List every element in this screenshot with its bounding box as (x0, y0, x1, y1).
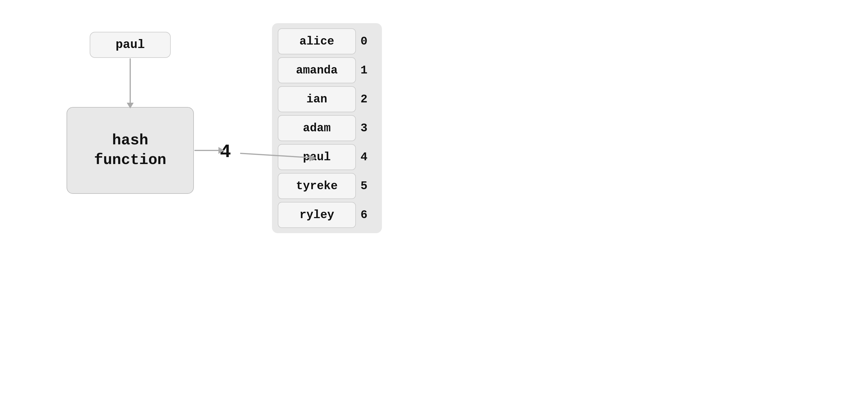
array-cell-0: alice (278, 28, 356, 54)
array-cell-5: tyreke (278, 173, 356, 199)
array-index-4: 4 (361, 151, 375, 164)
array-index-0: 0 (361, 35, 375, 48)
array-cell-2: ian (278, 86, 356, 112)
array-cell-1: amanda (278, 57, 356, 83)
arrows-svg (0, 0, 868, 405)
input-label: paul (116, 38, 145, 52)
array-row: paul4 (278, 144, 376, 170)
hash-output-number: 4 (220, 142, 231, 163)
array-index-3: 3 (361, 122, 375, 135)
array-row: alice0 (278, 28, 376, 54)
hash-function-label: hashfunction (94, 131, 166, 170)
array-row: adam3 (278, 115, 376, 141)
array-index-1: 1 (361, 64, 375, 77)
array-row: ian2 (278, 86, 376, 112)
diagram-container: paul hashfunction 4 alice0amanda1ian2ada… (0, 0, 868, 405)
array-cell-6: ryley (278, 202, 356, 228)
array-row: tyreke5 (278, 173, 376, 199)
array-index-2: 2 (361, 93, 375, 106)
array-container: alice0amanda1ian2adam3paul4tyreke5ryley6 (272, 23, 382, 233)
hash-function-box: hashfunction (66, 107, 194, 194)
array-index-6: 6 (361, 209, 375, 222)
array-cell-4: paul (278, 144, 356, 170)
array-row: ryley6 (278, 202, 376, 228)
array-index-5: 5 (361, 180, 375, 193)
input-box: paul (90, 32, 171, 58)
array-row: amanda1 (278, 57, 376, 83)
array-cell-3: adam (278, 115, 356, 141)
